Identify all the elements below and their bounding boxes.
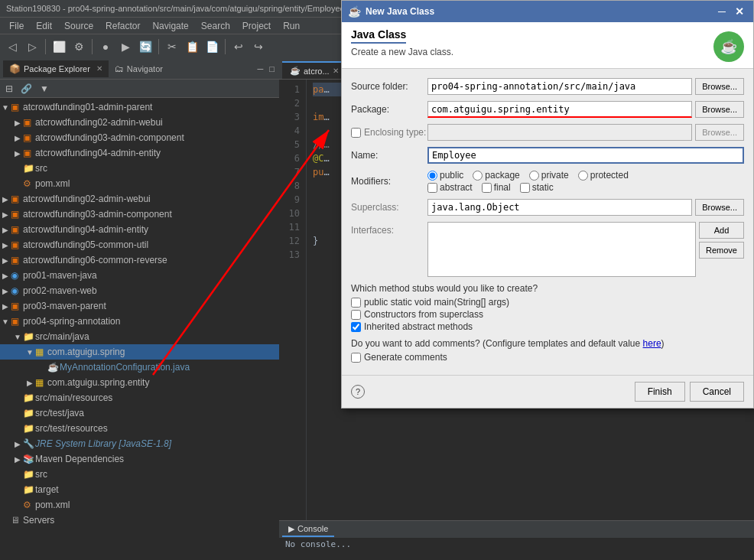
- generate-comments-checkbox[interactable]: [351, 353, 361, 363]
- tree-item[interactable]: ▶ 📁 src: [0, 467, 279, 482]
- menu-edit[interactable]: Edit: [30, 19, 58, 33]
- enclosing-type-checkbox[interactable]: [351, 128, 361, 138]
- menu-file[interactable]: File: [3, 19, 30, 33]
- tree-toggle[interactable]: ▶: [0, 210, 11, 219]
- tree-item[interactable]: ▼ ▣ atcrowdfunding01-admin-parent: [0, 99, 279, 115]
- cancel-button[interactable]: Cancel: [690, 382, 744, 402]
- tree-item[interactable]: ▶ ▣ atcrowdfunding03-admin-component: [0, 207, 279, 222]
- tree-item[interactable]: ▼ 📁 src/main/java: [0, 329, 279, 344]
- tree-item[interactable]: ▶ ▦ com.atguigu.spring.entity: [0, 375, 279, 390]
- stub-constructors-checkbox[interactable]: [351, 310, 361, 320]
- tree-toggle[interactable]: ▶: [0, 272, 11, 280]
- tree-item[interactable]: ▶ 🖥 Servers: [0, 513, 279, 528]
- tree-item[interactable]: ▶ ⚙ pom.xml: [0, 497, 279, 513]
- modifier-protected-radio[interactable]: [578, 171, 588, 181]
- modifier-protected[interactable]: protected: [578, 170, 629, 181]
- tree-toggle[interactable]: ▶: [0, 226, 11, 234]
- tree-item[interactable]: ▶ 📁 src/test/resources: [0, 421, 279, 436]
- tree-item[interactable]: ▼ ▣ pro04-spring-annotation: [0, 314, 279, 329]
- toolbar-btn-7[interactable]: 🔄: [136, 37, 154, 56]
- tree-item[interactable]: ▶ 🔧 JRE System Library [JavaSE-1.8]: [0, 436, 279, 451]
- tree-toggle[interactable]: ▼: [0, 103, 11, 112]
- help-icon[interactable]: ?: [351, 385, 365, 399]
- modifier-public-radio[interactable]: [427, 171, 437, 181]
- dialog-close-btn[interactable]: ✕: [732, 5, 747, 18]
- link-editor-btn[interactable]: 🔗: [18, 83, 34, 95]
- tree-item[interactable]: ▶ ⚙ pom.xml: [0, 176, 279, 191]
- modifier-abstract-checkbox[interactable]: [427, 183, 437, 193]
- modifier-public[interactable]: public: [427, 170, 463, 181]
- name-input[interactable]: [427, 147, 744, 164]
- toolbar-btn-12[interactable]: ↪: [249, 37, 268, 56]
- modifier-package-radio[interactable]: [473, 171, 483, 181]
- tree-item[interactable]: ▶ ▣ atcrowdfunding02-admin-webui: [0, 191, 279, 207]
- superclass-browse-btn[interactable]: Browse...: [695, 199, 744, 216]
- tree-item[interactable]: ▶ ▣ atcrowdfunding06-common-reverse: [0, 252, 279, 268]
- finish-button[interactable]: Finish: [635, 382, 685, 402]
- menu-search[interactable]: Search: [195, 19, 236, 33]
- toolbar-btn-4[interactable]: ⚙: [70, 37, 88, 56]
- tab-close-icon[interactable]: ✕: [96, 64, 102, 73]
- stub-inherited-checkbox[interactable]: [351, 322, 361, 332]
- package-input[interactable]: [427, 101, 692, 118]
- collapse-all-btn[interactable]: ⊟: [3, 83, 15, 95]
- source-folder-input[interactable]: [427, 78, 692, 95]
- tree-toggle[interactable]: ▶: [12, 149, 23, 158]
- toolbar-btn-11[interactable]: ↩: [229, 37, 248, 56]
- package-browse-btn[interactable]: Browse...: [695, 101, 744, 118]
- tree-toggle[interactable]: ▼: [0, 317, 11, 326]
- tree-toggle[interactable]: ▶: [0, 302, 11, 311]
- tree-item[interactable]: ▶ ▣ atcrowdfunding04-admin-entity: [0, 222, 279, 237]
- stub-main-checkbox[interactable]: [351, 298, 361, 308]
- tree-item[interactable]: ▶ 📁 src: [0, 161, 279, 176]
- menu-refactor[interactable]: Refactor: [99, 19, 146, 33]
- tree-toggle[interactable]: ▼: [24, 348, 35, 357]
- console-tab[interactable]: ▶ Console: [282, 523, 334, 537]
- tree-item[interactable]: ▶ 📁 src/test/java: [0, 405, 279, 421]
- modifier-final-checkbox[interactable]: [482, 183, 492, 193]
- toolbar-btn-2[interactable]: ▷: [23, 37, 41, 56]
- toolbar-btn-8[interactable]: ✂: [163, 37, 181, 56]
- menu-source[interactable]: Source: [58, 19, 99, 33]
- maximize-panel-btn[interactable]: □: [268, 63, 276, 75]
- toolbar-btn-1[interactable]: ◁: [3, 37, 21, 56]
- menu-run[interactable]: Run: [277, 19, 306, 33]
- tree-item[interactable]: ▶ ▣ atcrowdfunding05-common-util: [0, 237, 279, 252]
- enclosing-type-input[interactable]: [427, 124, 692, 141]
- tab-navigator[interactable]: 🗂 Navigator: [109, 60, 169, 77]
- tree-item[interactable]: ▶ 📚 Maven Dependencies: [0, 451, 279, 467]
- explorer-menu-btn[interactable]: ▼: [37, 83, 51, 95]
- modifier-package[interactable]: package: [473, 170, 519, 181]
- tree-toggle[interactable]: ▶: [12, 134, 23, 142]
- modifier-abstract[interactable]: abstract: [427, 182, 473, 193]
- tree-toggle[interactable]: ▼: [12, 333, 23, 341]
- tree-item[interactable]: ▶ 📁 src/main/resources: [0, 390, 279, 405]
- menu-project[interactable]: Project: [236, 19, 277, 33]
- modifier-final[interactable]: final: [482, 182, 511, 193]
- toolbar-btn-6[interactable]: ▶: [116, 37, 135, 56]
- modifier-static-checkbox[interactable]: [520, 183, 530, 193]
- modifier-private[interactable]: private: [529, 170, 569, 181]
- source-folder-browse-btn[interactable]: Browse...: [695, 78, 744, 95]
- tree-toggle[interactable]: ▶: [0, 241, 11, 249]
- tree-item-selected[interactable]: ▼ ▦ com.atguigu.spring: [0, 344, 279, 360]
- tree-item[interactable]: ▶ 📁 target: [0, 482, 279, 497]
- comments-link[interactable]: here: [643, 338, 661, 349]
- tree-toggle[interactable]: ▶: [0, 287, 11, 295]
- tree-item[interactable]: ▶ ▣ atcrowdfunding03-admin-component: [0, 130, 279, 145]
- tree-container[interactable]: ▼ ▣ atcrowdfunding01-admin-parent ▶ ▣ at…: [0, 98, 279, 560]
- tree-item[interactable]: ▶ ▣ atcrowdfunding04-admin-entity: [0, 145, 279, 161]
- modifier-private-radio[interactable]: [529, 171, 539, 181]
- tree-toggle[interactable]: ▶: [0, 256, 11, 265]
- tab-package-explorer[interactable]: 📦 Package Explorer ✕: [3, 60, 109, 77]
- toolbar-btn-10[interactable]: 📄: [203, 37, 221, 56]
- minimize-panel-btn[interactable]: ─: [256, 63, 265, 75]
- menu-navigate[interactable]: Navigate: [146, 19, 194, 33]
- tree-toggle[interactable]: ▶: [12, 440, 23, 448]
- add-interface-btn[interactable]: Add: [699, 222, 744, 239]
- dialog-minimize-btn[interactable]: ─: [715, 5, 729, 18]
- tree-item[interactable]: ▶ ◉ pro02-maven-web: [0, 283, 279, 298]
- remove-interface-btn[interactable]: Remove: [699, 242, 744, 259]
- modifier-static[interactable]: static: [520, 182, 554, 193]
- toolbar-btn-5[interactable]: ●: [96, 37, 115, 56]
